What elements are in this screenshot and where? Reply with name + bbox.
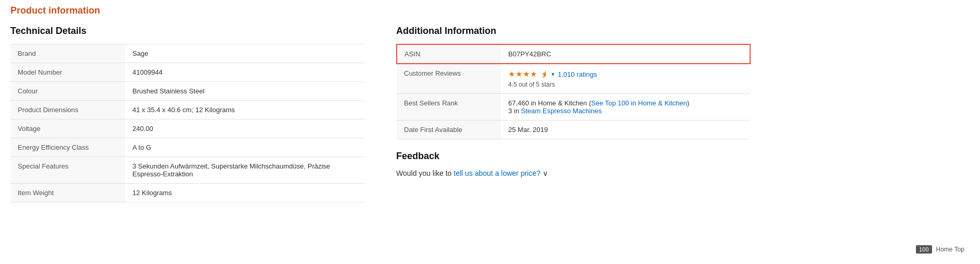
date-row: Date First Available 25 Mar. 2019 [397,121,750,139]
rank-text-3: 3 in [508,107,521,115]
feedback-title: Feedback [396,151,751,162]
row-value: 41 x 35.4 x 40.6 cm; 12 Kilograms [125,101,365,119]
row-value: 12 Kilograms [125,184,365,202]
ratings-link[interactable]: 1,010 ratings [558,70,597,78]
row-label: Colour [10,82,125,101]
row-label: Brand [10,44,125,63]
asin-label: ASIN [397,44,501,64]
feedback-text: Would you like to tell us about a lower … [396,169,751,177]
asin-value: B07PY42BRC [501,44,750,64]
row-value: A to G [125,138,365,157]
additional-section-title: Additional Information [396,26,751,37]
row-value: 3 Sekunden Aufwärmzeit, Superstarke Milc… [125,157,365,184]
rank-label: Best Sellers Rank [397,94,501,121]
table-row: Special Features3 Sekunden Aufwärmzeit, … [10,157,365,184]
table-row: Energy Efficiency ClassA to G [10,138,365,157]
feedback-link[interactable]: tell us about a lower price? [454,169,541,177]
row-label: Special Features [10,157,125,184]
table-row: Item Weight12 Kilograms [10,184,365,202]
feedback-text-before: Would you like to [396,169,454,177]
reviews-value: ★★★★⯨ ▾ 1,010 ratings 4.5 out of 5 stars [501,64,750,94]
rank-value: 67,460 in Home & Kitchen (See Top 100 in… [501,94,750,121]
row-value: Brushed Stainless Steel [125,82,365,101]
row-value: Sage [125,44,365,63]
row-label: Voltage [10,119,125,138]
asin-row: ASIN B07PY42BRC [397,44,750,64]
rank-text-2: ) [687,99,689,107]
row-value: 240.00 [125,119,365,138]
row-label: Model Number [10,63,125,82]
row-label: Item Weight [10,184,125,202]
row-label: Product Dimensions [10,101,125,119]
reviews-label: Customer Reviews [397,64,501,94]
table-row: Voltage240.00 [10,119,365,138]
date-label: Date First Available [397,121,501,139]
technical-table: BrandSageModel Number41009944ColourBrush… [10,44,365,202]
table-row: Product Dimensions41 x 35.4 x 40.6 cm; 1… [10,101,365,119]
feedback-chevron: ∨ [541,169,548,177]
reviews-row: Customer Reviews ★★★★⯨ ▾ 1,010 ratings 4… [397,64,750,94]
technical-section-title: Technical Details [10,26,365,37]
feedback-section: Feedback Would you like to tell us about… [396,151,751,177]
half-star-icon: ⯨ [541,70,548,79]
row-value: 41009944 [125,63,365,82]
table-row: ColourBrushed Stainless Steel [10,82,365,101]
rank-row: Best Sellers Rank 67,460 in Home & Kitch… [397,94,750,121]
technical-details-section: Technical Details BrandSageModel Number4… [10,26,365,202]
rank-link-2[interactable]: Steam Espresso Machines [521,107,602,115]
page-title: Product information [10,5,970,16]
star-icons: ★★★★ [508,69,537,79]
rank-text: 67,460 in Home & Kitchen ( [508,99,591,107]
additional-info-section: Additional Information ASIN B07PY42BRC C… [396,26,751,202]
additional-table: ASIN B07PY42BRC Customer Reviews ★★★★⯨ ▾… [396,44,751,139]
rank-link-1[interactable]: See Top 100 in Home & Kitchen [591,99,687,107]
date-value: 25 Mar. 2019 [501,121,750,139]
table-row: Model Number41009944 [10,63,365,82]
table-row: BrandSage [10,44,365,63]
rating-sub: 4.5 out of 5 stars [508,81,743,88]
row-label: Energy Efficiency Class [10,138,125,157]
chevron-icon: ▾ [552,71,555,78]
